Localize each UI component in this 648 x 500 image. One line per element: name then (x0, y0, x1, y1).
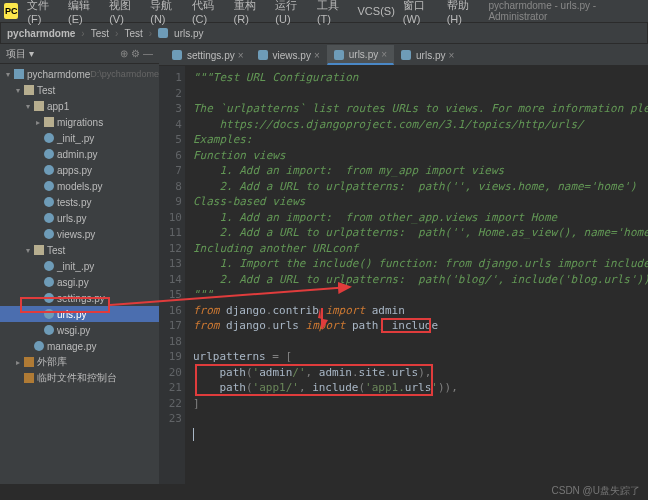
tool-header: 项目 ▾ ⊕ ⚙ — (0, 44, 159, 64)
tree-row[interactable]: ▾app1 (0, 98, 159, 114)
breadcrumb-item[interactable]: urls.py (174, 28, 203, 39)
tree-row[interactable]: tests.py (0, 194, 159, 210)
menu-item[interactable]: VCS(S) (355, 5, 398, 17)
tree-row[interactable]: ▸migrations (0, 114, 159, 130)
menu-item[interactable]: 窗口(W) (400, 0, 442, 25)
menu-item[interactable]: 编辑(E) (65, 0, 104, 25)
breadcrumb-item[interactable]: pycharmdome (7, 28, 75, 39)
menu-item[interactable]: 运行(U) (272, 0, 312, 25)
menu-item[interactable]: 视图(V) (106, 0, 145, 25)
tree-row[interactable]: urls.py (0, 210, 159, 226)
tree-row[interactable]: ▾Test (0, 82, 159, 98)
editor-tabs: settings.py×views.py×urls.py×urls.py× (159, 44, 648, 66)
tree-row[interactable]: manage.py (0, 338, 159, 354)
line-gutter: 1234567891011121314151617181920212223 (159, 66, 185, 484)
app-logo: PC (4, 3, 18, 19)
code-editor[interactable]: 1234567891011121314151617181920212223 ""… (159, 66, 648, 484)
python-icon (158, 28, 168, 38)
tree-row[interactable]: ▾Test (0, 242, 159, 258)
editor-tab[interactable]: urls.py× (327, 45, 394, 65)
tree-row[interactable]: settings.py (0, 290, 159, 306)
breadcrumb-item[interactable]: Test (91, 28, 109, 39)
tree-row[interactable]: apps.py (0, 162, 159, 178)
tree-row[interactable]: models.py (0, 178, 159, 194)
tree-row[interactable]: urls.py (0, 306, 159, 322)
menu-item[interactable]: 重构(R) (231, 0, 271, 25)
menu-item[interactable]: 工具(T) (314, 0, 353, 25)
tree-row[interactable]: wsgi.py (0, 322, 159, 338)
tree-row[interactable]: asgi.py (0, 274, 159, 290)
tree-row[interactable]: ▾pycharmdome D:\pycharmdome (0, 66, 159, 82)
breadcrumb-item[interactable]: Test (124, 28, 142, 39)
project-tree[interactable]: ▾pycharmdome D:\pycharmdome▾Test▾app1▸mi… (0, 64, 159, 484)
menu-item[interactable]: 文件(F) (24, 0, 63, 25)
watermark: CSDN @U盘失踪了 (552, 484, 641, 498)
tree-row[interactable]: admin.py (0, 146, 159, 162)
tree-row[interactable]: 临时文件和控制台 (0, 370, 159, 386)
project-tool-window: 项目 ▾ ⊕ ⚙ — ▾pycharmdome D:\pycharmdome▾T… (0, 44, 159, 484)
menu-item[interactable]: 代码(C) (189, 0, 229, 25)
project-title[interactable]: 项目 ▾ (6, 47, 34, 61)
editor-tab[interactable]: settings.py× (165, 45, 251, 65)
close-icon[interactable]: × (238, 50, 244, 61)
close-icon[interactable]: × (449, 50, 455, 61)
close-icon[interactable]: × (314, 50, 320, 61)
window-title: pycharmdome - urls.py - Administrator (485, 0, 644, 22)
code-lines[interactable]: """Test URL Configuration The `urlpatter… (185, 66, 648, 484)
editor-tab[interactable]: views.py× (251, 45, 327, 65)
editor-area: settings.py×views.py×urls.py×urls.py× 12… (159, 44, 648, 484)
close-icon[interactable]: × (381, 49, 387, 60)
breadcrumb: pycharmdome Test Test urls.py (0, 22, 648, 44)
menu-bar: PC 文件(F) 编辑(E) 视图(V) 导航(N) 代码(C) 重构(R) 运… (0, 0, 648, 22)
gear-icon[interactable]: ⊕ ⚙ — (120, 48, 153, 59)
menu-item[interactable]: 帮助(H) (444, 0, 484, 25)
tree-row[interactable]: _init_.py (0, 130, 159, 146)
menu-item[interactable]: 导航(N) (147, 0, 187, 25)
tree-row[interactable]: ▸外部库 (0, 354, 159, 370)
tree-row[interactable]: views.py (0, 226, 159, 242)
tree-row[interactable]: _init_.py (0, 258, 159, 274)
editor-tab[interactable]: urls.py× (394, 45, 461, 65)
